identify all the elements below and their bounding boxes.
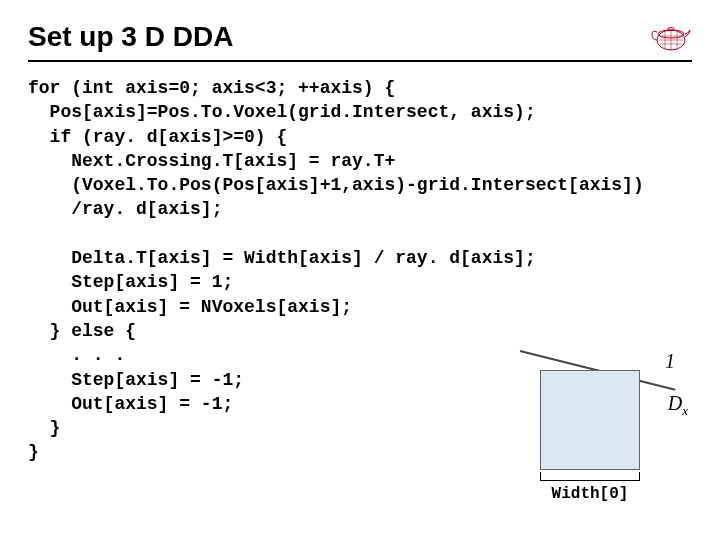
width-label: Width[0]: [540, 485, 640, 503]
slide-title: Set up 3 D DDA: [28, 21, 233, 53]
dx-label: Dx: [668, 392, 688, 419]
one-label: 1: [665, 350, 675, 373]
title-row: Set up 3 D DDA: [28, 20, 692, 62]
voxel-box: [540, 370, 640, 470]
dx-sub: x: [682, 403, 688, 418]
utah-teapot-logo: [650, 20, 692, 54]
dx-letter: D: [668, 392, 682, 414]
width-bracket: [540, 472, 640, 484]
voxel-diagram: 1 Dx Width[0]: [520, 330, 680, 490]
